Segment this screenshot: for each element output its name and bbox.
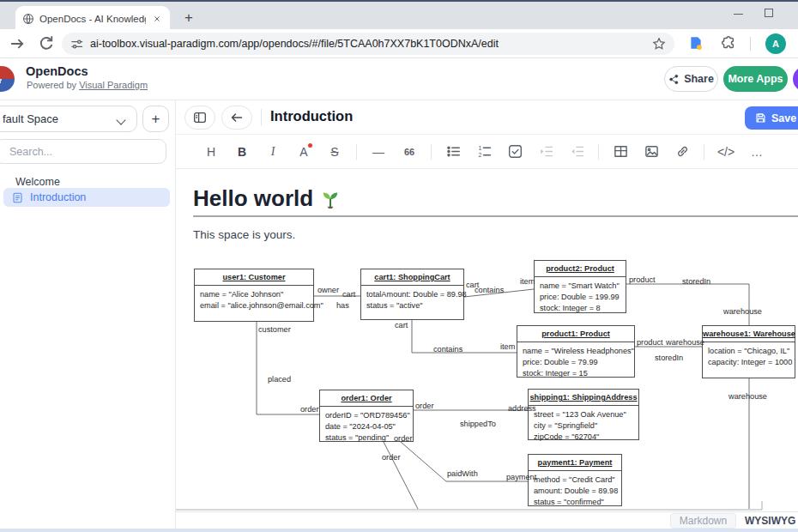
document-header: Introduction Save [176, 100, 798, 135]
toolbar-divider [431, 144, 432, 160]
space-name: fault Space [3, 112, 58, 125]
browser-tab[interactable]: OpenDocs - AI Knowledge Base [15, 6, 170, 31]
app-name: OpenDocs [26, 64, 88, 78]
new-tab-button[interactable]: + [178, 8, 199, 28]
divider [750, 37, 751, 51]
link-icon-button[interactable] [673, 142, 692, 162]
back-button[interactable] [221, 106, 252, 130]
window-bottom-edge [0, 529, 798, 532]
site-info-icon[interactable] [70, 38, 83, 51]
divider [261, 109, 262, 126]
browser-window: OpenDocs - AI Knowledge Base + ai-toolbo… [0, 0, 798, 532]
toggle-sidebar-button[interactable] [184, 106, 215, 130]
forward-icon[interactable] [9, 35, 26, 52]
sidebar-section-welcome: Welcome [15, 176, 60, 188]
browser-profile-avatar[interactable]: A [765, 33, 786, 54]
code-button[interactable]: </> [716, 142, 735, 162]
sidebar: fault Space + Welcome Introduction [0, 100, 176, 532]
chevron-down-icon [116, 115, 125, 124]
url-text[interactable]: ai-toolbox.visual-paradigm.com/app/opend… [90, 38, 645, 50]
color-dot [308, 143, 312, 148]
save-button[interactable]: Save [745, 106, 798, 130]
extensions-icon[interactable] [721, 35, 736, 51]
more-apps-button[interactable]: More Apps [723, 66, 788, 92]
document-title: Introduction [270, 108, 353, 124]
italic-button[interactable]: I [263, 142, 282, 162]
panel-icon [193, 111, 207, 124]
reading-list-icon[interactable] [688, 35, 704, 51]
heading-rule [193, 215, 798, 217]
share-label: Share [684, 73, 714, 85]
document-content[interactable]: Hello world This space is yours. [176, 169, 798, 511]
user-avatar[interactable] [793, 66, 798, 92]
image-icon-button[interactable] [642, 142, 661, 162]
powered-by-text: Powered by [27, 80, 79, 90]
tab-title: OpenDocs - AI Knowledge Base [39, 14, 146, 24]
heading-text: Hello world [193, 185, 313, 212]
star-icon[interactable] [652, 37, 666, 51]
indent-icon-button[interactable] [536, 142, 555, 162]
page-heading: Hello world [193, 185, 341, 212]
save-label: Save [771, 112, 796, 124]
tab-strip: OpenDocs - AI Knowledge Base + [0, 0, 798, 29]
reload-icon[interactable] [38, 35, 55, 52]
toolbar-divider [704, 144, 704, 160]
wysiwyg-mode-button[interactable]: WYSIWYG [745, 513, 795, 529]
more-button[interactable]: … [747, 142, 766, 162]
table-icon-button[interactable] [611, 142, 630, 162]
address-bar: ai-toolbox.visual-paradigm.com/app/opend… [0, 29, 798, 58]
bullet-list-icon-button[interactable] [444, 142, 462, 162]
formatting-toolbar: HBIAS—6612</>… [176, 135, 798, 169]
sidebar-item-introduction[interactable]: Introduction [3, 188, 170, 207]
window-maximize-button[interactable] [765, 9, 773, 17]
visual-paradigm-logo-icon [0, 66, 15, 92]
toolbar-divider [598, 144, 599, 160]
svg-text:2: 2 [478, 152, 481, 158]
horizontal-rule-button[interactable]: — [369, 142, 388, 162]
numbered-list-icon-button[interactable]: 12 [475, 142, 493, 162]
share-button[interactable]: Share [664, 66, 718, 92]
search-input[interactable] [0, 139, 166, 164]
sidebar-nav: Introduction [3, 187, 170, 207]
outdent-icon-button[interactable] [567, 142, 586, 162]
intro-paragraph: This space is yours. [193, 228, 295, 241]
tab-close-icon[interactable] [151, 13, 163, 25]
document-icon [12, 192, 23, 203]
checklist-icon-button[interactable] [505, 142, 524, 162]
globe-icon [22, 13, 34, 25]
blockquote-button[interactable]: 66 [400, 142, 419, 162]
toolbar-divider [356, 144, 357, 160]
app-header: OpenDocs Powered by Visual Paradigm Shar… [0, 58, 798, 100]
space-selector[interactable]: fault Space [0, 106, 137, 132]
powered-by: Powered by Visual Paradigm [27, 80, 148, 90]
seedling-emoji-icon [320, 189, 341, 209]
arrow-left-icon [230, 111, 244, 124]
visual-paradigm-link[interactable]: Visual Paradigm [79, 80, 148, 90]
editor-footer: Markdown WYSIWYG [176, 511, 798, 529]
sidebar-item-label: Introduction [30, 191, 86, 203]
svg-text:1: 1 [478, 145, 481, 151]
strikethrough-button[interactable]: S [325, 142, 344, 162]
markdown-mode-button[interactable]: Markdown [670, 513, 736, 529]
window-minimize-button[interactable] [734, 14, 743, 15]
save-icon [755, 112, 766, 124]
share-icon [668, 74, 680, 85]
text-color-button[interactable]: A [294, 142, 313, 162]
bold-button[interactable]: B [233, 142, 251, 162]
url-field[interactable]: ai-toolbox.visual-paradigm.com/app/opend… [62, 33, 674, 55]
heading-button[interactable]: H [202, 142, 221, 162]
add-space-button[interactable]: + [142, 106, 169, 132]
